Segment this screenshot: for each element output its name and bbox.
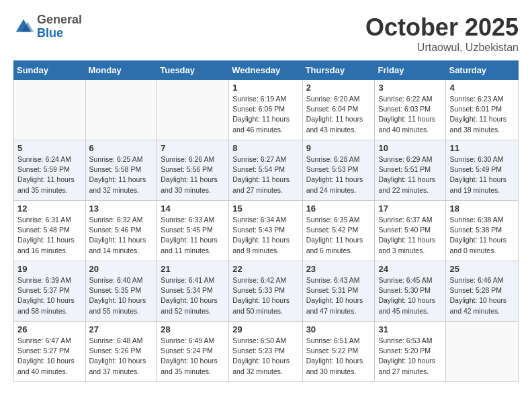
day-number: 24 — [378, 264, 442, 274]
day-number: 3 — [378, 83, 442, 93]
day-info: Sunrise: 6:23 AM Sunset: 6:01 PM Dayligh… — [449, 94, 515, 135]
day-info: Sunrise: 6:46 AM Sunset: 5:28 PM Dayligh… — [449, 275, 515, 316]
day-number: 10 — [378, 143, 442, 153]
day-info: Sunrise: 6:50 AM Sunset: 5:23 PM Dayligh… — [232, 336, 298, 377]
day-info: Sunrise: 6:33 AM Sunset: 5:45 PM Dayligh… — [161, 215, 225, 256]
day-number: 7 — [161, 143, 225, 153]
calendar-cell: 5Sunrise: 6:24 AM Sunset: 5:59 PM Daylig… — [14, 140, 86, 201]
day-number: 17 — [378, 203, 442, 214]
day-number: 11 — [449, 143, 515, 153]
calendar-cell: 28Sunrise: 6:49 AM Sunset: 5:24 PM Dayli… — [157, 322, 229, 382]
day-info: Sunrise: 6:24 AM Sunset: 5:59 PM Dayligh… — [17, 154, 82, 195]
day-info: Sunrise: 6:30 AM Sunset: 5:49 PM Dayligh… — [449, 154, 515, 195]
weekday-header: Tuesday — [157, 61, 229, 80]
day-info: Sunrise: 6:49 AM Sunset: 5:24 PM Dayligh… — [161, 336, 225, 377]
day-number: 29 — [232, 324, 298, 334]
day-info: Sunrise: 6:51 AM Sunset: 5:22 PM Dayligh… — [306, 336, 371, 377]
day-number: 27 — [89, 324, 154, 334]
calendar-cell: 3Sunrise: 6:22 AM Sunset: 6:03 PM Daylig… — [375, 80, 446, 140]
calendar-body: 1Sunrise: 6:19 AM Sunset: 6:06 PM Daylig… — [14, 80, 519, 382]
weekday-header: Sunday — [14, 61, 86, 80]
calendar-cell: 10Sunrise: 6:29 AM Sunset: 5:51 PM Dayli… — [375, 140, 446, 201]
page-header: General Blue October 2025 Urtaowul, Uzbe… — [13, 13, 519, 54]
day-info: Sunrise: 6:45 AM Sunset: 5:30 PM Dayligh… — [378, 275, 442, 316]
calendar-cell — [85, 80, 157, 140]
calendar-table: SundayMondayTuesdayWednesdayThursdayFrid… — [13, 60, 519, 382]
weekday-header: Wednesday — [229, 61, 302, 80]
day-number: 12 — [17, 203, 82, 214]
calendar-cell: 27Sunrise: 6:48 AM Sunset: 5:26 PM Dayli… — [85, 322, 157, 382]
calendar-cell: 7Sunrise: 6:26 AM Sunset: 5:56 PM Daylig… — [157, 140, 229, 201]
calendar-week-row: 19Sunrise: 6:39 AM Sunset: 5:37 PM Dayli… — [14, 261, 519, 322]
logo-icon — [13, 17, 34, 37]
day-number: 1 — [232, 83, 298, 93]
day-info: Sunrise: 6:28 AM Sunset: 5:53 PM Dayligh… — [306, 154, 371, 195]
day-number: 14 — [161, 203, 225, 214]
calendar-cell: 25Sunrise: 6:46 AM Sunset: 5:28 PM Dayli… — [446, 261, 519, 322]
day-info: Sunrise: 6:31 AM Sunset: 5:48 PM Dayligh… — [17, 215, 82, 256]
day-number: 30 — [306, 324, 371, 334]
day-number: 19 — [17, 264, 82, 274]
title-block: October 2025 Urtaowul, Uzbekistan — [365, 13, 519, 54]
logo-general-text: General — [37, 13, 82, 27]
calendar-header: SundayMondayTuesdayWednesdayThursdayFrid… — [14, 61, 519, 80]
calendar-cell: 31Sunrise: 6:53 AM Sunset: 5:20 PM Dayli… — [375, 322, 446, 382]
day-number: 22 — [232, 264, 298, 274]
calendar-cell: 13Sunrise: 6:32 AM Sunset: 5:46 PM Dayli… — [85, 201, 157, 261]
day-info: Sunrise: 6:20 AM Sunset: 6:04 PM Dayligh… — [306, 94, 371, 135]
day-info: Sunrise: 6:39 AM Sunset: 5:37 PM Dayligh… — [17, 275, 82, 316]
day-number: 25 — [449, 264, 515, 274]
calendar-cell: 14Sunrise: 6:33 AM Sunset: 5:45 PM Dayli… — [157, 201, 229, 261]
day-info: Sunrise: 6:25 AM Sunset: 5:58 PM Dayligh… — [89, 154, 154, 195]
day-number: 9 — [306, 143, 371, 153]
day-info: Sunrise: 6:19 AM Sunset: 6:06 PM Dayligh… — [232, 94, 298, 135]
calendar-cell: 24Sunrise: 6:45 AM Sunset: 5:30 PM Dayli… — [375, 261, 446, 322]
location-text: Urtaowul, Uzbekistan — [365, 42, 519, 54]
day-info: Sunrise: 6:26 AM Sunset: 5:56 PM Dayligh… — [161, 154, 225, 195]
day-info: Sunrise: 6:47 AM Sunset: 5:27 PM Dayligh… — [17, 336, 82, 377]
weekday-header: Thursday — [302, 61, 375, 80]
calendar-cell: 15Sunrise: 6:34 AM Sunset: 5:43 PM Dayli… — [229, 201, 302, 261]
day-number: 31 — [378, 324, 442, 334]
calendar-cell — [14, 80, 86, 140]
day-info: Sunrise: 6:38 AM Sunset: 5:38 PM Dayligh… — [449, 215, 515, 256]
calendar-cell: 16Sunrise: 6:35 AM Sunset: 5:42 PM Dayli… — [302, 201, 375, 261]
calendar-cell: 26Sunrise: 6:47 AM Sunset: 5:27 PM Dayli… — [14, 322, 86, 382]
calendar-week-row: 5Sunrise: 6:24 AM Sunset: 5:59 PM Daylig… — [14, 140, 519, 201]
calendar-cell: 12Sunrise: 6:31 AM Sunset: 5:48 PM Dayli… — [14, 201, 86, 261]
calendar-cell — [157, 80, 229, 140]
day-number: 16 — [306, 203, 371, 214]
day-number: 15 — [232, 203, 298, 214]
calendar-cell: 8Sunrise: 6:27 AM Sunset: 5:54 PM Daylig… — [229, 140, 302, 201]
day-info: Sunrise: 6:40 AM Sunset: 5:35 PM Dayligh… — [89, 275, 154, 316]
day-number: 5 — [17, 143, 82, 153]
day-info: Sunrise: 6:48 AM Sunset: 5:26 PM Dayligh… — [89, 336, 154, 377]
calendar-cell: 6Sunrise: 6:25 AM Sunset: 5:58 PM Daylig… — [85, 140, 157, 201]
calendar-cell: 18Sunrise: 6:38 AM Sunset: 5:38 PM Dayli… — [446, 201, 519, 261]
day-number: 23 — [306, 264, 371, 274]
calendar-cell: 19Sunrise: 6:39 AM Sunset: 5:37 PM Dayli… — [14, 261, 86, 322]
calendar-cell: 30Sunrise: 6:51 AM Sunset: 5:22 PM Dayli… — [302, 322, 375, 382]
day-number: 21 — [161, 264, 225, 274]
calendar-cell: 4Sunrise: 6:23 AM Sunset: 6:01 PM Daylig… — [446, 80, 519, 140]
day-info: Sunrise: 6:34 AM Sunset: 5:43 PM Dayligh… — [232, 215, 298, 256]
calendar-cell: 21Sunrise: 6:41 AM Sunset: 5:34 PM Dayli… — [157, 261, 229, 322]
day-number: 8 — [232, 143, 298, 153]
calendar-week-row: 26Sunrise: 6:47 AM Sunset: 5:27 PM Dayli… — [14, 322, 519, 382]
day-info: Sunrise: 6:53 AM Sunset: 5:20 PM Dayligh… — [378, 336, 442, 377]
calendar-cell: 11Sunrise: 6:30 AM Sunset: 5:49 PM Dayli… — [446, 140, 519, 201]
calendar-cell: 2Sunrise: 6:20 AM Sunset: 6:04 PM Daylig… — [302, 80, 375, 140]
weekday-header: Saturday — [446, 61, 519, 80]
day-number: 20 — [89, 264, 154, 274]
calendar-cell: 23Sunrise: 6:43 AM Sunset: 5:31 PM Dayli… — [302, 261, 375, 322]
logo-blue-text: Blue — [37, 27, 82, 40]
day-number: 28 — [161, 324, 225, 334]
day-number: 13 — [89, 203, 154, 214]
day-info: Sunrise: 6:27 AM Sunset: 5:54 PM Dayligh… — [232, 154, 298, 195]
calendar-week-row: 12Sunrise: 6:31 AM Sunset: 5:48 PM Dayli… — [14, 201, 519, 261]
calendar-cell: 20Sunrise: 6:40 AM Sunset: 5:35 PM Dayli… — [85, 261, 157, 322]
calendar-cell: 1Sunrise: 6:19 AM Sunset: 6:06 PM Daylig… — [229, 80, 302, 140]
month-title: October 2025 — [365, 13, 519, 42]
day-number: 26 — [17, 324, 82, 334]
day-info: Sunrise: 6:43 AM Sunset: 5:31 PM Dayligh… — [306, 275, 371, 316]
